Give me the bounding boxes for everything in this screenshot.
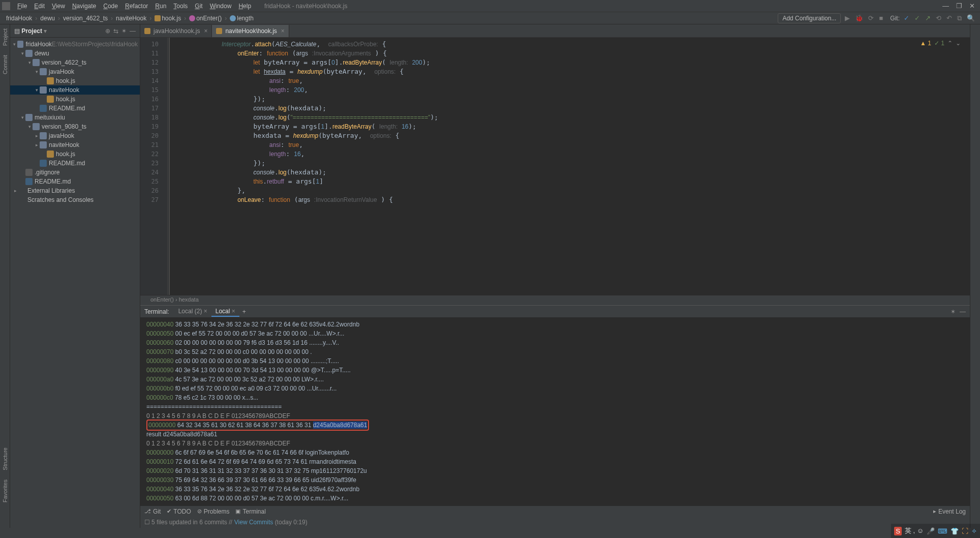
ok-badge[interactable]: ✓ 1 — [934, 40, 944, 47]
minimize-icon[interactable]: — — [942, 2, 949, 10]
tree-item[interactable]: hook.js — [10, 95, 140, 104]
tree-item[interactable]: Scratches and Consoles — [10, 195, 140, 204]
tree-item[interactable]: README.md — [10, 159, 140, 168]
breadcrumb-item[interactable]: length — [228, 14, 256, 23]
terminal-tab[interactable]: Local × — [211, 307, 239, 317]
settings-icon[interactable]: 🔍 — [966, 14, 976, 22]
editor-tab[interactable]: naviteHook\hook.js× — [212, 25, 289, 37]
menu-refactor[interactable]: Refactor — [122, 2, 151, 11]
terminal-output[interactable]: 00000040 36 33 35 76 34 2e 36 32 2e 32 7… — [140, 318, 970, 505]
undo-icon[interactable]: ↶ — [945, 14, 953, 22]
menu-view[interactable]: View — [49, 2, 68, 11]
tree-item[interactable]: ▾naviteHook — [10, 85, 140, 95]
favorites-tool-button[interactable]: Favorites — [2, 480, 8, 502]
terminal-hide-icon[interactable]: — — [960, 308, 966, 315]
warning-badge[interactable]: ▲ 1 — [920, 40, 931, 47]
git-commit-icon[interactable]: ✓ — [913, 14, 921, 22]
status-time: (today 0:19) — [273, 519, 307, 526]
fold-gutter — [162, 38, 168, 295]
breadcrumb-item[interactable]: naviteHook — [114, 14, 148, 23]
terminal-settings-icon[interactable]: ✶ — [951, 308, 956, 315]
code-editor[interactable]: ▲ 1 ✓ 1 ⌃ ⌄ 1011121314151617181920212223… — [140, 38, 970, 295]
title-bar: FileEditViewNavigateCodeRefactorRunTools… — [0, 0, 980, 12]
project-tree[interactable]: ▾fridaHook E:\WebStormProjects\fridaHook… — [10, 38, 140, 528]
terminal-tab[interactable]: Local (2) × — [174, 307, 211, 317]
tree-item[interactable]: ▾version_9080_ts — [10, 122, 140, 131]
git-push-icon[interactable]: ↗ — [924, 14, 932, 22]
breadcrumb-item[interactable]: dewu — [38, 14, 57, 23]
tree-item[interactable]: ▾version_4622_ts — [10, 58, 140, 67]
tree-item[interactable]: ▾fridaHook E:\WebStormProjects\fridaHook — [10, 40, 140, 49]
tree-item[interactable]: ▸javaHook — [10, 131, 140, 140]
maximize-icon[interactable]: ❐ — [956, 2, 962, 10]
project-tool-button[interactable]: Project — [2, 28, 8, 46]
tree-item[interactable]: ▾javaHook — [10, 67, 140, 76]
status-text: 5 files updated in 6 commits // — [151, 519, 232, 526]
tree-item[interactable]: README.md — [10, 104, 140, 113]
tree-item[interactable]: ▾dewu — [10, 49, 140, 58]
structure-tool-button[interactable]: Structure — [2, 447, 8, 470]
tray-icon[interactable]: 🎤 — [927, 527, 935, 535]
editor-tab[interactable]: javaHook\hook.js× — [140, 25, 212, 37]
git-history-icon[interactable]: ⟲ — [935, 14, 942, 22]
coverage-icon[interactable]: ⟳ — [867, 14, 875, 22]
menu-git[interactable]: Git — [192, 2, 205, 11]
hide-icon[interactable]: — — [130, 27, 136, 35]
tree-item[interactable]: ▸naviteHook — [10, 140, 140, 150]
tray-icon[interactable]: 👕 — [951, 527, 959, 535]
commit-tool-button[interactable]: Commit — [2, 55, 8, 74]
search-everywhere-icon[interactable]: ⧉ — [956, 14, 963, 22]
debug-icon[interactable]: 🐞 — [854, 14, 864, 22]
breadcrumb-item[interactable]: onEnter() — [187, 14, 224, 23]
menu-run[interactable]: Run — [152, 2, 169, 11]
menu-help[interactable]: Help — [235, 2, 254, 11]
tray-icon[interactable]: ⛶ — [962, 527, 968, 535]
tree-item[interactable]: hook.js — [10, 150, 140, 159]
breadcrumb-item[interactable]: version_4622_ts — [61, 14, 110, 23]
chevron-down-icon[interactable]: ⌄ — [956, 40, 961, 47]
menu-file[interactable]: File — [14, 2, 30, 11]
folder-icon: ▤ — [14, 27, 20, 35]
close-tab-icon[interactable]: × — [281, 27, 285, 35]
tree-item[interactable]: .gitignore — [10, 168, 140, 177]
add-configuration-button[interactable]: Add Configuration... — [778, 13, 841, 23]
close-icon[interactable]: ✕ — [969, 2, 975, 10]
problems-tool-button[interactable]: ⊘ Problems — [197, 508, 230, 515]
select-opened-file-icon[interactable]: ⊕ — [105, 27, 110, 35]
git-label: Git: — [890, 15, 900, 22]
git-tool-button[interactable]: ⎇ Git — [144, 508, 161, 515]
terminal-tool-button[interactable]: ▣ Terminal — [235, 508, 265, 515]
code-content[interactable]: Interceptor.attach(AES_Calculate, callba… — [170, 38, 970, 295]
collapse-all-icon[interactable]: ✶ — [121, 27, 127, 35]
tree-item[interactable]: README.md — [10, 177, 140, 186]
expand-all-icon[interactable]: ⇆ — [113, 27, 118, 35]
menu-edit[interactable]: Edit — [31, 2, 48, 11]
menu-window[interactable]: Window — [207, 2, 235, 11]
project-panel-title: Project — [21, 27, 42, 35]
close-tab-icon[interactable]: × — [204, 27, 207, 35]
tree-item[interactable]: ▾meituxiuxiu — [10, 113, 140, 122]
menu-tools[interactable]: Tools — [170, 2, 191, 11]
menu-navigate[interactable]: Navigate — [69, 2, 99, 11]
todo-tool-button[interactable]: ✔ TODO — [167, 508, 191, 515]
view-commits-link[interactable]: View Commits — [234, 519, 273, 526]
editor-breadcrumb[interactable]: onEnter() › hexdata — [140, 295, 970, 305]
terminal-title: Terminal: — [144, 308, 169, 315]
breadcrumb-item[interactable]: hook.js — [152, 14, 183, 23]
run-icon[interactable]: ▶ — [844, 14, 851, 22]
tree-item[interactable]: ▸External Libraries — [10, 186, 140, 195]
terminal-add-icon[interactable]: + — [242, 308, 246, 315]
stop-icon[interactable]: ■ — [878, 14, 884, 22]
tree-item[interactable]: hook.js — [10, 76, 140, 85]
tray-icon[interactable]: ✧ — [971, 527, 977, 535]
window-controls: — ❐ ✕ — [942, 2, 978, 10]
tray-icon[interactable]: ⌨ — [938, 527, 947, 535]
event-log-button[interactable]: ▸ Event Log — [933, 508, 966, 515]
inspection-badges: ▲ 1 ✓ 1 ⌃ ⌄ — [920, 40, 961, 47]
terminal-panel: Terminal: Local (2) ×Local × + ✶ — 00000… — [140, 305, 970, 505]
menu-code[interactable]: Code — [100, 2, 121, 11]
breadcrumb-item[interactable]: fridaHook — [4, 14, 34, 23]
git-update-icon[interactable]: ✓ — [903, 14, 910, 22]
ime-icon[interactable]: S — [894, 527, 902, 535]
chevron-up-icon[interactable]: ⌃ — [947, 40, 953, 47]
